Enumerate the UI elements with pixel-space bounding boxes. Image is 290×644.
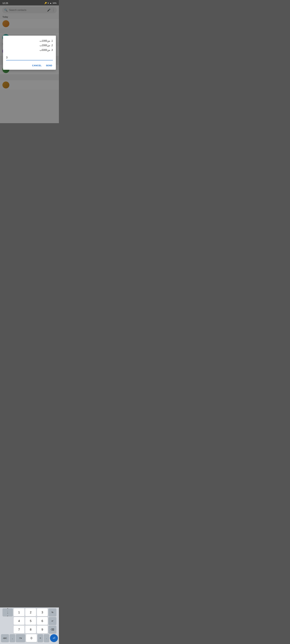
dialog-option-2: 2. ش2000ت xyxy=(6,43,53,48)
status-time: 12:25 xyxy=(3,2,8,4)
dialog-options: 1. ش1000ت 2. ش2000ت 3. ش5000ت xyxy=(6,39,53,52)
bg-content: 🔍 Search contacts 🎤 ⋮ Today Ye xyxy=(0,6,59,123)
dialog-actions: CANCEL SEND xyxy=(6,64,53,68)
dialog-input-container xyxy=(6,56,53,60)
send-button[interactable]: SEND xyxy=(45,64,53,68)
battery-text: 34% xyxy=(53,2,57,4)
dialog-option-1: 1. ش1000ت xyxy=(6,39,53,43)
wifi-icon: ▾ xyxy=(48,2,49,4)
status-bar: 12:25 🔑 ▾ ▲ 34% xyxy=(0,0,59,6)
key-icon: 🔑 xyxy=(44,2,47,4)
status-icons: 🔑 ▾ ▲ 34% xyxy=(44,2,57,4)
cancel-button[interactable]: CANCEL xyxy=(32,64,42,68)
signal-icon: ▲ xyxy=(50,2,52,4)
dialog-option-3: 3. ش5000ت xyxy=(6,48,53,52)
dialog: 1. ش1000ت 2. ش2000ت 3. ش5000ت CANCEL SEN… xyxy=(3,36,56,70)
dialog-text-input[interactable] xyxy=(6,56,53,60)
